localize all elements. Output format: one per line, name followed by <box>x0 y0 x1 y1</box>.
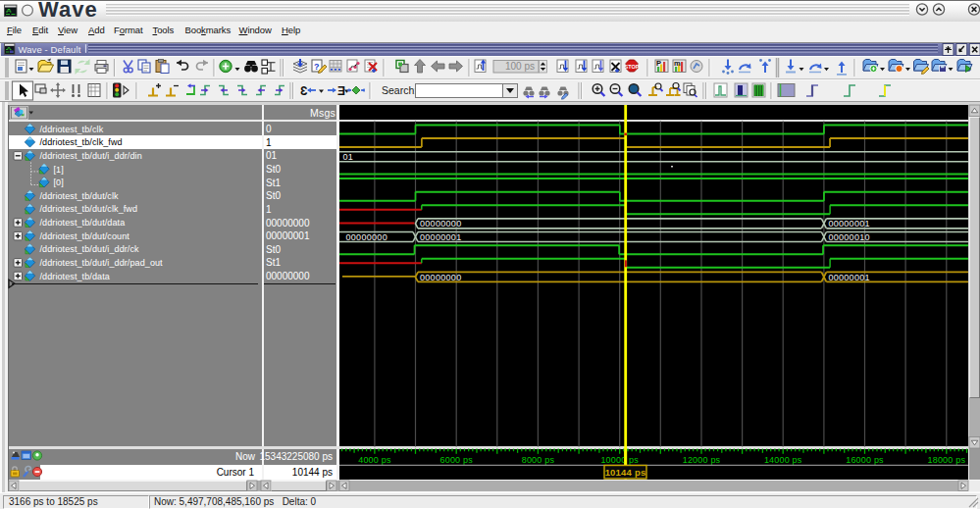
svg-text:01: 01 <box>343 152 354 162</box>
svg-text:Ɛ: Ɛ <box>300 84 308 98</box>
svg-text:6000 ps: 6000 ps <box>439 455 473 465</box>
svg-text:10000 ps: 10000 ps <box>600 455 639 465</box>
svg-text:00000001: 00000001 <box>828 219 869 229</box>
svg-text:00000001: 00000001 <box>828 273 869 282</box>
svg-text:00000000: 00000000 <box>346 232 387 242</box>
svg-text:10144 ps: 10144 ps <box>605 467 646 478</box>
svg-text:00000000: 00000000 <box>420 273 461 282</box>
svg-text:STOP: STOP <box>625 64 640 70</box>
svg-text:?: ? <box>314 62 320 72</box>
svg-text:4000 ps: 4000 ps <box>358 455 391 465</box>
svg-text:100 ps: 100 ps <box>505 61 535 72</box>
svg-text:14000 ps: 14000 ps <box>764 455 802 465</box>
svg-text:m: m <box>674 59 681 68</box>
svg-text:Search:: Search: <box>382 84 417 96</box>
svg-text:00000010: 00000010 <box>828 232 869 242</box>
svg-text:00000000: 00000000 <box>420 219 461 229</box>
svg-text:16000 ps: 16000 ps <box>846 455 884 465</box>
svg-text:00000001: 00000001 <box>420 232 461 242</box>
svg-text:Ǝ: Ǝ <box>337 84 345 98</box>
svg-text:18000 ps: 18000 ps <box>927 455 965 465</box>
svg-text:8000 ps: 8000 ps <box>522 455 555 465</box>
svg-text:12000 ps: 12000 ps <box>683 455 721 465</box>
svg-text:P: P <box>656 59 661 68</box>
